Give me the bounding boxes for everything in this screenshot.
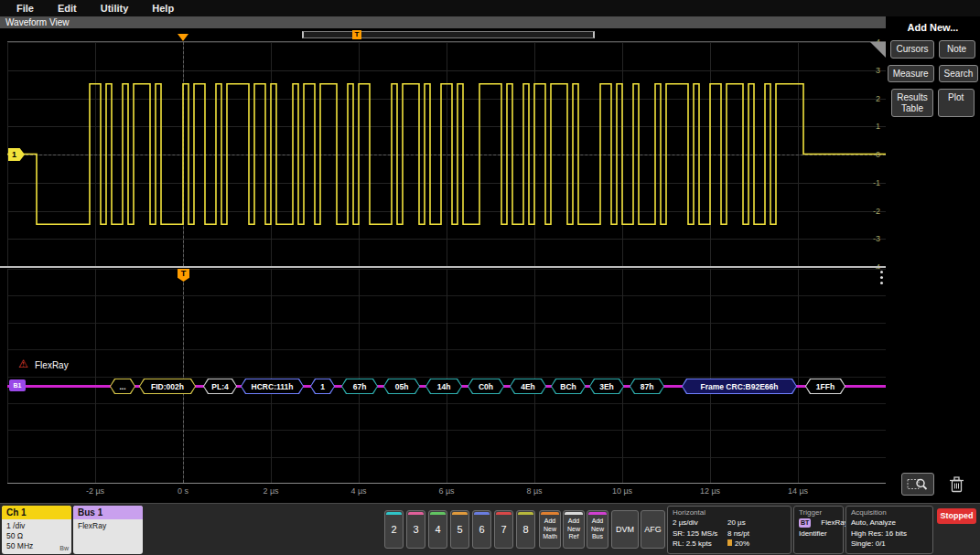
vertical-scale-label: -2 bbox=[873, 207, 880, 216]
menu-item-help[interactable]: Help bbox=[152, 3, 174, 14]
bus-packet[interactable]: 1 bbox=[310, 379, 335, 394]
time-axis-label: -2 µs bbox=[68, 486, 123, 496]
afg-button[interactable]: AFG bbox=[641, 510, 665, 549]
analog-graticule: 1 43210-1-2-3-4 bbox=[7, 41, 886, 266]
channel-2-button[interactable]: 2 bbox=[384, 510, 404, 549]
trigger-panel[interactable]: Trigger BTFlexRay Identifier bbox=[793, 506, 844, 554]
horizontal-panel-title: Horizontal bbox=[673, 508, 786, 517]
channel-button-label: 5 bbox=[457, 524, 462, 535]
bus-graticule: T B1 ⚠ FlexRay ...FID:002hPL:4HCRC:111h1… bbox=[7, 269, 886, 484]
bus-packet[interactable]: 14h bbox=[425, 379, 462, 394]
bus-packet-label: 67h bbox=[342, 379, 377, 393]
channel-button-label: 8 bbox=[522, 524, 528, 535]
bus-packet-label: 3Eh bbox=[590, 379, 623, 393]
channel-4-button[interactable]: 4 bbox=[428, 510, 447, 549]
menu-item-utility[interactable]: Utility bbox=[101, 3, 129, 14]
ch1-badge[interactable]: Ch 1 1 /div 50 Ω 50 MHz Bw bbox=[2, 506, 71, 554]
acquisition-mode: Auto, Analyze bbox=[851, 518, 896, 528]
pane-splitter[interactable] bbox=[0, 266, 886, 268]
record-length: RL: 2.5 kpts bbox=[673, 539, 720, 550]
waveform-canvas: T 1 43210-1-2-3-4 T B1 bbox=[0, 28, 886, 503]
bus-packet[interactable]: HCRC:111h bbox=[241, 379, 304, 394]
bus-packet[interactable]: Frame CRC:B92E66h bbox=[682, 379, 797, 394]
bus-packet[interactable]: 67h bbox=[341, 379, 378, 394]
bus-packet[interactable]: FID:002h bbox=[139, 379, 196, 394]
trigger-position-indicator[interactable]: T bbox=[352, 30, 361, 39]
add-plot-button[interactable]: Plot bbox=[938, 89, 975, 117]
ch1-scale: 1 /div bbox=[6, 521, 71, 531]
record-view-ruler[interactable] bbox=[302, 31, 595, 38]
bus-packet[interactable]: 87h bbox=[630, 379, 664, 394]
menu-item-file[interactable]: File bbox=[16, 3, 34, 14]
trigger-mode: Identifier bbox=[799, 528, 827, 539]
horizontal-scale: 2 µs/div bbox=[673, 518, 720, 528]
bus-packet-label: 05h bbox=[384, 379, 419, 393]
add-new-ref-button[interactable]: Add New Ref bbox=[563, 510, 585, 549]
time-axis-label: 4 µs bbox=[331, 486, 386, 496]
channel-button-label: 7 bbox=[501, 524, 506, 535]
bus-label: FlexRay bbox=[35, 360, 69, 370]
time-axis-label: 10 µs bbox=[595, 486, 650, 496]
add-new-math-button[interactable]: Add New Math bbox=[539, 510, 561, 549]
acquisition-panel[interactable]: Acquisition Auto, Analyze High Res: 16 b… bbox=[845, 506, 933, 554]
add-new-bus-label: Add New Bus bbox=[591, 518, 604, 540]
bus-packet-label: 1FFh bbox=[806, 379, 845, 393]
add-search-button[interactable]: Search bbox=[939, 65, 979, 83]
trigger-flag[interactable]: T bbox=[178, 269, 189, 282]
channel-7-button[interactable]: 7 bbox=[494, 510, 513, 549]
add-results-table-button[interactable]: Results Table bbox=[891, 89, 932, 117]
bus-packet[interactable]: BCh bbox=[551, 379, 586, 394]
trash-icon bbox=[949, 475, 964, 494]
pane-splitter-handle[interactable] bbox=[880, 271, 883, 273]
channel-5-button[interactable]: 5 bbox=[450, 510, 469, 549]
bus-packet[interactable]: 4Eh bbox=[510, 379, 546, 394]
channel-8-button[interactable]: 8 bbox=[516, 510, 535, 549]
channel-6-button[interactable]: 6 bbox=[472, 510, 491, 549]
bus1-handle[interactable]: B1 bbox=[9, 379, 26, 391]
bus-packet[interactable]: C0h bbox=[468, 379, 504, 394]
add-note-button[interactable]: Note bbox=[939, 40, 975, 59]
bus-packet[interactable]: ... bbox=[110, 379, 135, 394]
time-axis-label: 0 s bbox=[156, 486, 210, 496]
bus-packet[interactable]: 05h bbox=[383, 379, 420, 394]
bus-packet-label: HCRC:111h bbox=[242, 379, 303, 393]
bus-packet-label: C0h bbox=[468, 379, 503, 393]
add-new-bus-button[interactable]: Add New Bus bbox=[587, 510, 608, 549]
menu-bar: File Edit Utility Help bbox=[0, 0, 980, 16]
channel-3-button[interactable]: 3 bbox=[406, 510, 425, 549]
bus-packet-label: 87h bbox=[630, 379, 663, 393]
menu-item-edit[interactable]: Edit bbox=[58, 3, 77, 14]
run-stop-badge[interactable]: Stopped bbox=[937, 508, 976, 524]
time-axis: -2 µs0 s2 µs4 µs6 µs8 µs10 µs12 µs14 µs bbox=[7, 486, 886, 499]
draw-zoom-button[interactable] bbox=[901, 473, 934, 496]
bus-packet-label: Frame CRC:B92E66h bbox=[683, 379, 796, 393]
vertical-scale-label: 0 bbox=[876, 150, 880, 159]
bus-packet-label: PL:4 bbox=[204, 379, 236, 393]
time-axis-label: 12 µs bbox=[683, 486, 738, 496]
ch1-termination: 50 Ω bbox=[6, 531, 71, 541]
bandwidth-limit-icon: Bw bbox=[59, 544, 69, 552]
zero-time-gridline bbox=[183, 269, 184, 483]
channel-button-label: 4 bbox=[435, 524, 440, 535]
delete-button[interactable] bbox=[949, 475, 964, 494]
channel-button-label: 3 bbox=[413, 524, 418, 535]
bus1-badge-title: Bus 1 bbox=[73, 506, 143, 519]
add-cursors-button[interactable]: Cursors bbox=[890, 40, 933, 59]
bus-packet[interactable]: 1FFh bbox=[805, 379, 845, 394]
trigger-panel-title: Trigger bbox=[799, 508, 838, 517]
position-icon bbox=[727, 539, 732, 546]
horizontal-position: 20% bbox=[735, 539, 749, 548]
bus1-type: FlexRay bbox=[78, 521, 143, 531]
add-new-math-label: Add New Math bbox=[543, 518, 557, 540]
channel-button-label: 2 bbox=[391, 524, 396, 535]
settings-bar: Ch 1 1 /div 50 Ω 50 MHz Bw Bus 1 FlexRay… bbox=[0, 503, 980, 555]
add-measure-button[interactable]: Measure bbox=[888, 65, 934, 83]
ch1-waveform[interactable] bbox=[7, 42, 886, 266]
zoom-corner-handle[interactable] bbox=[870, 42, 886, 58]
horizontal-panel[interactable]: Horizontal 2 µs/div20 µs SR: 125 MS/s8 n… bbox=[667, 506, 792, 554]
time-axis-label: 6 µs bbox=[419, 486, 474, 496]
bus-packet[interactable]: PL:4 bbox=[203, 379, 237, 394]
dvm-button[interactable]: DVM bbox=[611, 510, 639, 549]
bus1-badge[interactable]: Bus 1 FlexRay bbox=[73, 506, 143, 554]
bus-packet[interactable]: 3Eh bbox=[589, 379, 624, 394]
